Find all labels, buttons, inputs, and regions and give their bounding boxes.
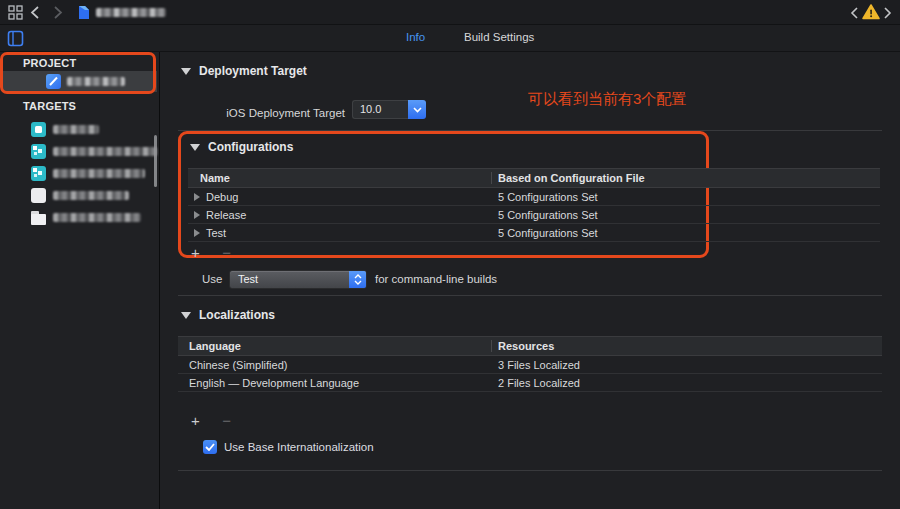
target-name-redacted: [53, 213, 141, 222]
use-label: Use: [202, 273, 222, 285]
project-app-icon: [46, 74, 61, 89]
ios-deployment-target-combo[interactable]: 10.0: [352, 100, 426, 119]
localization-resources: 2 Files Localized: [498, 377, 580, 389]
localization-resources: 3 Files Localized: [498, 359, 580, 371]
warning-icon[interactable]: [862, 4, 880, 20]
column-header-resources[interactable]: Resources: [498, 340, 554, 352]
project-info-editor: Deployment Target iOS Deployment Target …: [161, 52, 900, 509]
sidebar-item-project[interactable]: [2, 71, 157, 92]
section-title: Configurations: [208, 140, 293, 154]
add-localization-button[interactable]: +: [191, 414, 200, 428]
sidebar-item-target[interactable]: [0, 206, 160, 228]
sidebar-item-target[interactable]: [0, 162, 160, 184]
column-header-name[interactable]: Name: [188, 172, 230, 184]
column-header-based-on[interactable]: Based on Configuration File: [498, 172, 645, 184]
command-line-suffix-label: for command-line builds: [375, 273, 497, 285]
disclosure-right-icon[interactable]: [194, 193, 200, 201]
column-header-language[interactable]: Language: [178, 340, 241, 352]
sidebar-toggle-icon[interactable]: [7, 30, 24, 47]
remove-localization-button[interactable]: −: [222, 414, 231, 428]
project-navigator: PROJECT TARGETS: [0, 52, 160, 509]
combo-value[interactable]: 10.0: [352, 100, 408, 119]
project-document-icon: [78, 5, 90, 20]
project-name-redacted: [67, 77, 125, 86]
localizations-table: Language Resources Chinese (Simplified) …: [178, 336, 882, 392]
test-target-icon: [31, 144, 46, 159]
deployment-target-section-header[interactable]: Deployment Target: [181, 64, 307, 78]
test-target-icon: [31, 166, 46, 181]
section-title: Deployment Target: [199, 64, 307, 78]
command-line-config-popup[interactable]: Test: [229, 270, 367, 289]
localization-language: English — Development Language: [178, 377, 359, 389]
configurations-table: Name Based on Configuration File Debug 5…: [188, 168, 880, 242]
config-name: Debug: [206, 191, 238, 203]
section-divider: [178, 295, 882, 296]
table-row[interactable]: Release 5 Configurations Set: [188, 206, 880, 224]
project-title-redacted[interactable]: [96, 8, 166, 17]
table-row[interactable]: Debug 5 Configurations Set: [188, 188, 880, 206]
section-divider: [178, 130, 882, 131]
project-section-header: PROJECT: [23, 57, 76, 69]
remove-configuration-button[interactable]: −: [222, 246, 231, 260]
disclosure-down-icon[interactable]: [181, 68, 191, 75]
editor-tab-bar: Info Build Settings: [0, 25, 900, 52]
chevron-down-icon[interactable]: [408, 100, 426, 119]
previous-issue-icon[interactable]: [850, 7, 858, 19]
config-based-on: 5 Configurations Set: [498, 227, 598, 239]
target-name-redacted: [53, 191, 129, 200]
section-divider: [178, 470, 882, 471]
column-divider[interactable]: [491, 340, 492, 352]
table-row[interactable]: Chinese (Simplified) 3 Files Localized: [178, 356, 882, 374]
sidebar-item-target[interactable]: [0, 184, 160, 206]
sidebar-scrollbar[interactable]: [154, 135, 157, 187]
checkbox-label: Use Base Internationalization: [224, 441, 374, 453]
disclosure-right-icon[interactable]: [194, 229, 200, 237]
disclosure-down-icon[interactable]: [190, 144, 200, 151]
targets-section-header: TARGETS: [23, 100, 76, 112]
config-name: Release: [206, 209, 246, 221]
base-internationalization-row: Use Base Internationalization: [203, 440, 374, 454]
jump-bar: [0, 0, 900, 25]
disclosure-right-icon[interactable]: [194, 211, 200, 219]
base-internationalization-checkbox[interactable]: [203, 440, 217, 454]
add-configuration-button[interactable]: +: [191, 246, 200, 260]
config-based-on: 5 Configurations Set: [498, 191, 598, 203]
config-name: Test: [206, 227, 226, 239]
config-based-on: 5 Configurations Set: [498, 209, 598, 221]
bundle-target-icon: [31, 210, 46, 225]
column-divider[interactable]: [491, 172, 492, 184]
target-name-redacted: [53, 147, 157, 156]
localizations-section-header[interactable]: Localizations: [181, 308, 275, 322]
app-target-icon: [31, 122, 46, 137]
related-items-icon[interactable]: [8, 5, 23, 20]
popup-selected-value: Test: [230, 271, 349, 288]
table-header-row: Name Based on Configuration File: [188, 168, 880, 188]
localization-language: Chinese (Simplified): [178, 359, 287, 371]
configurations-section-header[interactable]: Configurations: [190, 140, 293, 154]
forward-chevron-icon[interactable]: [54, 6, 63, 19]
target-name-redacted: [53, 169, 145, 178]
annotation-text: 可以看到当前有3个配置: [528, 90, 686, 109]
framework-target-icon: [31, 188, 46, 203]
sidebar-item-target[interactable]: [0, 118, 160, 140]
ios-deployment-target-label: iOS Deployment Target: [226, 107, 345, 119]
target-name-redacted: [53, 125, 99, 134]
tab-build-settings[interactable]: Build Settings: [464, 31, 534, 43]
tab-info[interactable]: Info: [406, 31, 425, 43]
table-header-row: Language Resources: [178, 336, 882, 356]
next-issue-icon[interactable]: [884, 7, 892, 19]
back-chevron-icon[interactable]: [30, 6, 39, 19]
section-title: Localizations: [199, 308, 275, 322]
updown-chevrons-icon[interactable]: [349, 271, 366, 288]
disclosure-down-icon[interactable]: [181, 312, 191, 319]
table-row[interactable]: Test 5 Configurations Set: [188, 224, 880, 242]
sidebar-item-target[interactable]: [0, 140, 160, 162]
table-row[interactable]: English — Development Language 2 Files L…: [178, 374, 882, 392]
